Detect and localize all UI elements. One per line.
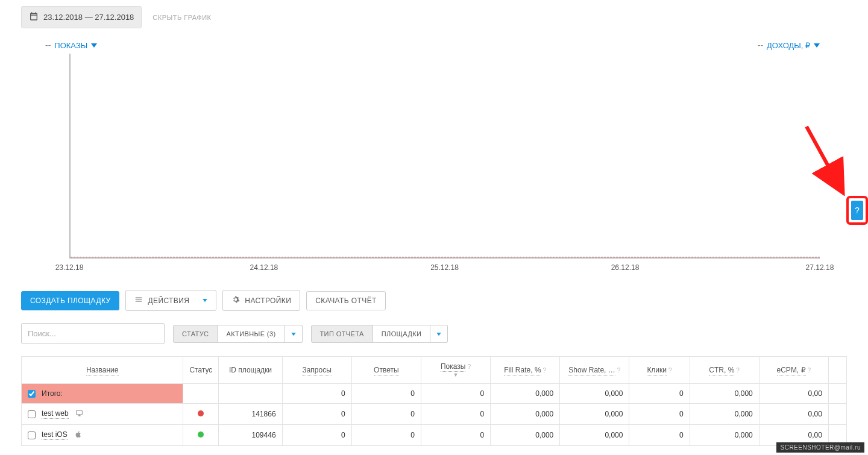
table-row: test web 141866 0 0 0 0,000 0,000 0 0,00…: [22, 404, 847, 425]
gear-icon: [231, 295, 240, 306]
calendar-icon: [29, 11, 39, 23]
date-range-button[interactable]: 23.12.2018 — 27.12.2018: [21, 6, 142, 28]
right-metric-selector[interactable]: -- ДОХОДЫ, ₽: [758, 40, 820, 50]
cell-responses: 0: [351, 404, 421, 425]
cell-ctr: 0,000: [690, 425, 759, 446]
status-filter[interactable]: СТАТУС АКТИВНЫЕ (3): [173, 325, 303, 343]
col-ctr[interactable]: CTR, %: [709, 366, 734, 375]
device-icon: [74, 430, 83, 440]
cell-shows: 0: [421, 404, 490, 425]
report-type-label: ТИП ОТЧЁТА: [311, 325, 373, 343]
watermark: SCREENSHOTER@mail.ru: [776, 442, 864, 446]
x-tick: 26.12.18: [611, 263, 640, 272]
col-responses[interactable]: Ответы: [374, 366, 398, 375]
col-fill[interactable]: Fill Rate, %: [504, 366, 541, 375]
cell-responses: 0: [351, 425, 421, 446]
help-button[interactable]: ?: [851, 201, 863, 220]
sort-indicator-icon: ▼: [427, 372, 484, 378]
right-metric-label: ДОХОДЫ, ₽: [767, 41, 810, 50]
create-site-button[interactable]: СОЗДАТЬ ПЛОЩАДКУ: [21, 291, 119, 310]
right-metric-prefix: --: [758, 40, 763, 50]
col-name[interactable]: Название: [86, 366, 119, 375]
x-tick: 24.12.18: [250, 263, 278, 272]
chart-zero-line: [71, 257, 820, 257]
download-report-button[interactable]: СКАЧАТЬ ОТЧЁТ: [306, 291, 386, 310]
actions-label: ДЕЙСТВИЯ: [148, 297, 189, 305]
left-metric-label: ПОКАЗЫ: [54, 41, 87, 50]
cell-shows: 0: [421, 425, 490, 446]
cell-ctr: 0,000: [690, 384, 759, 404]
cell-show-rate: 0,000: [560, 404, 629, 425]
col-show-rate[interactable]: Show Rate, …: [568, 366, 615, 375]
settings-label: НАСТРОЙКИ: [245, 297, 291, 305]
report-type-dropdown[interactable]: [430, 325, 448, 343]
chevron-down-icon: [814, 41, 820, 50]
cell-id: [219, 384, 282, 404]
cell-fill: 0,000: [491, 384, 560, 404]
cell-show-rate: 0,000: [560, 425, 629, 446]
sites-table: Название Статус ID площадки Запросы Отве…: [21, 356, 847, 446]
cell-fill: 0,000: [491, 425, 560, 446]
cell-ecpm: 0,00: [759, 404, 828, 425]
hide-chart-link[interactable]: СКРЫТЬ ГРАФИК: [153, 14, 211, 21]
cell-clicks: 0: [629, 425, 690, 446]
cell-clicks: 0: [629, 384, 690, 404]
cell-id: 109446: [219, 425, 282, 446]
cell-responses: 0: [351, 384, 421, 404]
help-icon[interactable]: ?: [808, 367, 811, 374]
left-metric-selector[interactable]: -- ПОКАЗЫ: [45, 40, 97, 50]
status-filter-label: СТАТУС: [173, 325, 218, 343]
row-name[interactable]: test iOS: [42, 430, 68, 440]
col-clicks[interactable]: Клики: [647, 366, 667, 375]
status-dot: [198, 431, 204, 438]
help-icon[interactable]: ?: [668, 367, 672, 374]
x-tick: 27.12.18: [806, 263, 834, 272]
col-requests[interactable]: Запросы: [302, 366, 331, 375]
cell-fill: 0,000: [491, 404, 560, 425]
col-ecpm[interactable]: eCPM, ₽: [777, 366, 806, 375]
row-checkbox[interactable]: [28, 431, 36, 439]
cell-ctr: 0,000: [690, 404, 759, 425]
left-metric-prefix: --: [45, 40, 51, 50]
svg-rect-0: [76, 410, 82, 415]
cell-requests: 0: [282, 404, 351, 425]
settings-button[interactable]: НАСТРОЙКИ: [222, 290, 300, 311]
device-icon: [75, 409, 84, 419]
cell-show-rate: 0,000: [560, 384, 629, 404]
actions-button[interactable]: ДЕЙСТВИЯ: [125, 290, 216, 311]
report-type-filter[interactable]: ТИП ОТЧЁТА ПЛОЩАДКИ: [311, 325, 448, 343]
row-checkbox[interactable]: [28, 410, 36, 418]
col-status[interactable]: Статус: [189, 366, 212, 374]
report-type-value: ПЛОЩАДКИ: [373, 325, 431, 343]
x-tick: 25.12.18: [430, 263, 459, 272]
search-input[interactable]: [21, 323, 165, 344]
table-row: test iOS 109446 0 0 0 0,000 0,000 0 0,00…: [22, 425, 847, 446]
help-icon[interactable]: ?: [736, 367, 740, 374]
col-id[interactable]: ID площадки: [229, 366, 272, 374]
status-filter-dropdown[interactable]: [285, 325, 303, 343]
row-name: Итого:: [42, 389, 63, 398]
cell-requests: 0: [282, 425, 351, 446]
cell-id: 141866: [219, 404, 282, 425]
chevron-down-icon: [203, 299, 207, 303]
chart-area: [69, 54, 820, 259]
col-shows[interactable]: Показы: [441, 362, 465, 372]
cell-clicks: 0: [629, 404, 690, 425]
help-icon[interactable]: ?: [467, 363, 471, 370]
chevron-down-icon: [291, 333, 296, 336]
x-tick: 23.12.18: [55, 263, 84, 272]
menu-icon: [134, 295, 143, 306]
annotation-highlight: ?: [846, 196, 868, 225]
row-name[interactable]: test web: [42, 409, 69, 419]
date-range-text: 23.12.2018 — 27.12.2018: [43, 13, 134, 22]
cell-requests: 0: [282, 384, 351, 404]
cell-ecpm: 0,00: [759, 384, 828, 404]
help-icon[interactable]: ?: [617, 367, 621, 374]
status-dot: [198, 410, 204, 416]
row-checkbox[interactable]: [28, 390, 36, 398]
chevron-down-icon: [91, 41, 97, 50]
chart-x-axis: 23.12.18 24.12.18 25.12.18 26.12.18 27.1…: [69, 263, 820, 272]
help-icon[interactable]: ?: [543, 367, 547, 374]
table-row: Итого: 0 0 0 0,000 0,000 0 0,000 0,00: [22, 384, 847, 404]
cell-shows: 0: [421, 384, 490, 404]
